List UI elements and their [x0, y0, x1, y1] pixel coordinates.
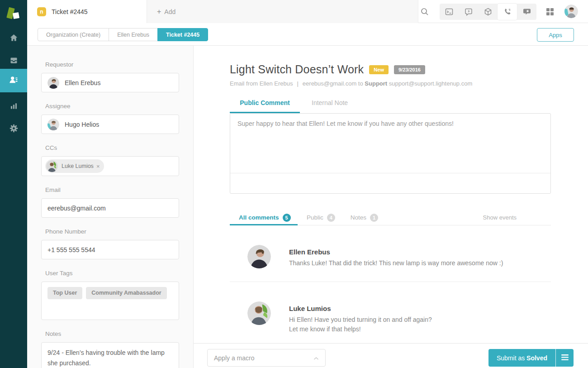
- ticket-title: Light Switch Doesn’t Work: [230, 63, 364, 76]
- email-label: Email: [45, 186, 179, 193]
- ccs-field[interactable]: Luke Lumios ×: [41, 156, 179, 176]
- tab-notes-label: Notes: [351, 214, 366, 221]
- comment-text: Hi Ellen! Have you tried turning it on a…: [289, 315, 432, 325]
- requestor-avatar: [47, 77, 59, 89]
- footer-action-bar: Apply a macro Submit as Solved: [194, 343, 588, 368]
- date-badge: 9/23/2016: [394, 65, 425, 74]
- plus-icon: +: [157, 8, 161, 16]
- submit-options-button[interactable]: [555, 349, 574, 367]
- all-comments-count: 5: [283, 214, 291, 222]
- comment-item: Luke Lumios Hi Ellen! Have you tried tur…: [230, 282, 551, 343]
- comment-editor[interactable]: Super happy to hear that Ellen! Let me k…: [230, 113, 551, 194]
- public-count: 4: [327, 214, 335, 222]
- comment-author: Luke Lumios: [289, 305, 432, 312]
- add-tab-button[interactable]: + Add: [147, 0, 418, 23]
- search-icon[interactable]: [419, 6, 431, 18]
- breadcrumb: Organization (Create) Ellen Erebus Ticke…: [38, 28, 208, 41]
- comment-text: Thanks Luke! That did the trick! This ne…: [289, 258, 503, 268]
- user-tag[interactable]: Top User: [47, 287, 82, 299]
- assignee-label: Assignee: [45, 103, 179, 110]
- meta-support-email: support@support.lightenup.com: [389, 80, 472, 87]
- apps-grid-icon[interactable]: [545, 7, 555, 17]
- sidebar-item-views[interactable]: [0, 52, 27, 70]
- home-icon: [9, 33, 19, 44]
- tab-internal-note[interactable]: Internal Note: [312, 99, 348, 113]
- sidebar-item-reports[interactable]: [0, 97, 27, 115]
- email-value: eerebus@gmail.com: [47, 205, 106, 212]
- commenter-avatar: [247, 245, 271, 268]
- reports-icon: [9, 101, 19, 112]
- notes-count: 1: [370, 214, 378, 222]
- email-field[interactable]: eerebus@gmail.com: [41, 198, 179, 218]
- user-tag[interactable]: Community Amabassador: [86, 287, 166, 299]
- lightning-chat-icon[interactable]: [459, 4, 479, 20]
- submit-status: Solved: [526, 354, 547, 362]
- sidebar-item-home[interactable]: [0, 29, 27, 48]
- notes-value: 9/24 - Ellen’s having trouble with the l…: [47, 348, 173, 368]
- meta-email: eerebus@gmail.com to: [303, 80, 363, 87]
- user-avatar[interactable]: [564, 5, 578, 18]
- conversation-tabs: All comments 5 Public 4 Notes 1 Show eve…: [230, 210, 551, 225]
- ticket-app: n Ticket #2445 + Add: [0, 0, 588, 368]
- ticket-properties-panel: Requestor Ellen Erebus Assignee Hugo Hel…: [27, 46, 194, 368]
- ticket-main: Light Switch Doesn’t Work New 9/23/2016 …: [194, 46, 588, 343]
- show-events-toggle[interactable]: Show events: [483, 214, 517, 221]
- tab-public-comment-label: Public Comment: [240, 99, 289, 106]
- requestor-label: Requestor: [45, 61, 179, 68]
- editor-tabs: Public Comment Internal Note: [230, 99, 551, 113]
- remove-cc-icon[interactable]: ×: [96, 163, 100, 170]
- notes-field[interactable]: 9/24 - Ellen’s having trouble with the l…: [41, 342, 179, 368]
- tab-public[interactable]: Public 4: [307, 214, 335, 222]
- tab-public-comment[interactable]: Public Comment: [230, 99, 300, 113]
- tab-notes[interactable]: Notes 1: [351, 214, 378, 222]
- phone-value: +1 555 555 5544: [47, 246, 95, 253]
- customers-icon: [9, 75, 19, 86]
- requestor-field[interactable]: Ellen Erebus: [41, 73, 179, 92]
- sidebar-item-customers[interactable]: [0, 69, 27, 92]
- tab-all-comments-label: All comments: [239, 214, 279, 221]
- channel-toolbar: [440, 4, 536, 20]
- tab-public-label: Public: [307, 214, 323, 221]
- meta-separator: |: [297, 80, 298, 87]
- meta-from: Email from Ellen Erebus: [230, 80, 293, 87]
- box-icon[interactable]: [479, 4, 498, 20]
- hamburger-icon: [561, 354, 569, 362]
- phone-icon[interactable]: [498, 4, 517, 20]
- console-icon[interactable]: [440, 4, 459, 20]
- breadcrumb-organization[interactable]: Organization (Create): [38, 28, 109, 41]
- notes-label: Notes: [45, 330, 179, 337]
- status-badge: New: [369, 65, 389, 74]
- assignee-value: Hugo Helios: [65, 121, 99, 128]
- submit-button-group: Submit as Solved: [488, 349, 574, 367]
- top-bar: n Ticket #2445 + Add: [27, 0, 588, 23]
- submit-prefix: Submit as: [497, 354, 526, 362]
- sidebar-item-settings[interactable]: [0, 120, 27, 138]
- meta-support: Support: [365, 80, 387, 87]
- nav-rail: [0, 0, 27, 368]
- assignee-avatar: [47, 119, 59, 130]
- requestor-value: Ellen Erebus: [65, 79, 100, 86]
- apps-button[interactable]: Apps: [537, 28, 574, 42]
- comment-text: Let me know if that helps!: [289, 325, 432, 334]
- submit-as-solved-button[interactable]: Submit as Solved: [488, 349, 555, 367]
- tab-internal-note-label: Internal Note: [312, 99, 348, 106]
- user-tags-label: User Tags: [45, 270, 179, 277]
- comment-editor-text[interactable]: Super happy to hear that Ellen! Let me k…: [230, 114, 550, 134]
- breadcrumb-requester[interactable]: Ellen Erebus: [109, 28, 158, 41]
- user-tags-field[interactable]: Top User Community Amabassador: [41, 282, 179, 320]
- editor-divider: [230, 173, 550, 173]
- comment-author: Ellen Erebus: [289, 248, 503, 256]
- breadcrumb-ticket[interactable]: Ticket #2445: [157, 28, 208, 41]
- brand-logo: [0, 4, 27, 24]
- tab-all-comments[interactable]: All comments 5: [230, 210, 298, 225]
- commenter-avatar: [247, 301, 271, 325]
- ticket-subheader: Organization (Create) Ellen Erebus Ticke…: [27, 24, 588, 46]
- settings-icon: [9, 123, 19, 135]
- tab-ticket-2445[interactable]: n Ticket #2445: [27, 0, 147, 23]
- assignee-field[interactable]: Hugo Helios: [41, 115, 179, 134]
- chat-icon[interactable]: [517, 4, 536, 20]
- phone-field[interactable]: +1 555 555 5544: [41, 240, 179, 259]
- macro-placeholder: Apply a macro: [214, 354, 254, 362]
- ccs-label: CCs: [45, 144, 179, 151]
- apply-macro-select[interactable]: Apply a macro: [207, 349, 326, 367]
